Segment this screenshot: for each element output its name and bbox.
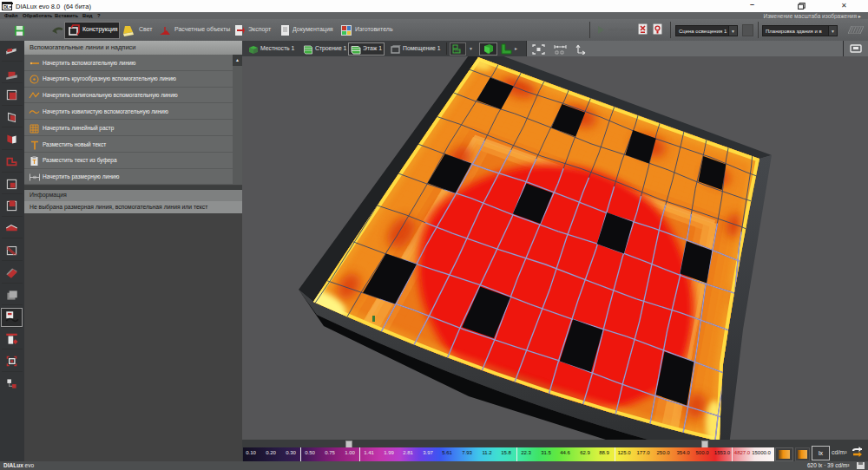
svg-text:123: 123 (455, 50, 460, 54)
